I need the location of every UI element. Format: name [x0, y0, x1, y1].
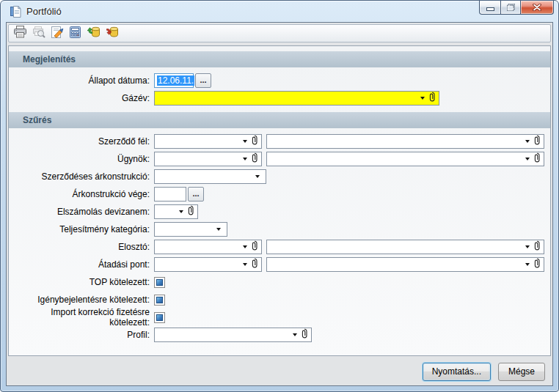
dropdown-arrow-icon	[216, 228, 221, 231]
contracting-party-combo[interactable]	[154, 134, 262, 149]
print-toolbar-button[interactable]	[11, 26, 29, 42]
titlebar: Portfólió	[1, 1, 558, 22]
checkbox-checked-icon	[156, 297, 163, 303]
distributor-label: Elosztó:	[9, 242, 154, 252]
form-panel: Megjelenítés Állapot dátuma: 12.06.11. .…	[8, 45, 551, 356]
demand-report-obligated-checkbox[interactable]	[154, 295, 165, 306]
gas-year-row: Gázév:	[9, 91, 550, 106]
agent-row: Ügynök:	[9, 152, 550, 166]
dropdown-arrow-icon	[525, 263, 530, 266]
dropdown-arrow-icon	[525, 140, 530, 143]
restore-icon	[507, 1, 515, 14]
database-import-toolbar-button[interactable]	[84, 26, 103, 42]
delivery-point-label: Átadási pont:	[9, 259, 154, 270]
dropdown-arrow-icon	[255, 175, 260, 178]
window-title: Portfólió	[26, 6, 62, 17]
price-construction-end-label: Árkonstrukció vége:	[9, 189, 154, 199]
status-date-value: 12.06.11.	[157, 75, 194, 86]
price-construction-end-input[interactable]	[154, 187, 186, 201]
checkbox-checked-icon	[156, 314, 163, 321]
edit-toolbar-button[interactable]	[48, 26, 66, 42]
profile-label: Profil:	[9, 330, 154, 340]
gas-year-label: Gázév:	[9, 93, 154, 103]
dialog-body: Megjelenítés Állapot dátuma: 12.06.11. .…	[6, 22, 553, 386]
portfolio-dialog: Portfólió	[0, 0, 559, 392]
dropdown-arrow-icon	[243, 245, 247, 248]
dropdown-arrow-icon	[420, 97, 425, 100]
paperclip-icon	[428, 92, 436, 105]
document-icon	[10, 6, 21, 18]
settlement-currency-label: Elszámolás devizanem:	[9, 207, 154, 217]
print-preview-icon	[32, 26, 45, 41]
contract-price-construction-row: Szerződéses árkonstrukció:	[9, 169, 550, 184]
paperclip-icon	[533, 240, 541, 254]
restore-button[interactable]	[500, 1, 521, 15]
print-icon	[13, 26, 27, 41]
window-controls	[480, 1, 554, 15]
database-export-toolbar-button[interactable]	[103, 26, 121, 42]
dropdown-arrow-icon	[525, 158, 530, 160]
contracting-party-row: Szerződő fél:	[9, 134, 550, 149]
dropdown-arrow-icon	[243, 140, 247, 143]
table-calculator-toolbar-button[interactable]	[66, 26, 84, 42]
demand-report-obligated-row: Igénybejelentésre kötelezett:	[9, 292, 550, 307]
toolbar	[8, 24, 551, 42]
profile-combo[interactable]	[154, 328, 312, 342]
paperclip-icon	[533, 258, 541, 271]
database-export-icon	[105, 26, 119, 41]
performance-category-label: Teljesítmény kategória:	[9, 224, 154, 234]
import-correction-obligated-checkbox[interactable]	[154, 312, 165, 323]
demand-report-obligated-label: Igénybejelentésre kötelezett:	[9, 295, 154, 305]
top-obligated-row: TOP kötelezett:	[9, 275, 550, 289]
status-date-row: Állapot dátuma: 12.06.11. ...	[9, 73, 550, 88]
print-button[interactable]: Nyomtatás...	[423, 363, 491, 381]
price-construction-end-row: Árkonstrukció vége: ...	[9, 187, 550, 201]
dropdown-arrow-icon	[293, 333, 297, 336]
gas-year-combo[interactable]	[154, 91, 439, 106]
agent-secondary-combo[interactable]	[266, 152, 544, 166]
paperclip-icon	[301, 328, 308, 341]
contracting-party-secondary-combo[interactable]	[266, 134, 544, 149]
edit-icon	[51, 26, 64, 41]
status-date-input[interactable]: 12.06.11.	[154, 73, 194, 88]
cancel-button[interactable]: Mégse	[498, 363, 545, 381]
import-correction-obligated-label: Import korrekció fizetésre kötelezett:	[9, 307, 154, 328]
print-preview-toolbar-button	[29, 26, 48, 42]
paperclip-icon	[533, 135, 541, 148]
agent-label: Ügynök:	[9, 154, 154, 164]
dropdown-arrow-icon	[243, 158, 247, 160]
price-construction-end-picker-button[interactable]: ...	[188, 187, 204, 201]
table-calculator-icon	[69, 26, 81, 41]
distributor-secondary-combo[interactable]	[266, 240, 544, 254]
status-date-picker-button[interactable]: ...	[195, 73, 211, 88]
delivery-point-combo[interactable]	[154, 257, 262, 272]
delivery-point-secondary-combo[interactable]	[266, 257, 544, 272]
minimize-button[interactable]	[479, 1, 501, 15]
contracting-party-label: Szerződő fél:	[9, 136, 154, 147]
dropdown-arrow-icon	[179, 210, 183, 213]
top-obligated-label: TOP kötelezett:	[9, 277, 154, 287]
paperclip-icon	[251, 258, 258, 271]
profile-row: Profil:	[9, 328, 550, 342]
contract-price-construction-label: Szerződéses árkonstrukció:	[9, 171, 154, 182]
distributor-combo[interactable]	[154, 240, 262, 254]
paperclip-icon	[251, 152, 258, 166]
settlement-currency-row: Elszámolás devizanem:	[9, 204, 550, 219]
settlement-currency-combo[interactable]	[154, 204, 198, 219]
minimize-icon	[487, 8, 494, 10]
import-correction-obligated-row: Import korrekció fizetésre kötelezett:	[9, 310, 550, 325]
checkbox-checked-icon	[156, 279, 163, 286]
dropdown-arrow-icon	[243, 263, 247, 266]
distributor-row: Elosztó:	[9, 240, 550, 254]
top-obligated-checkbox[interactable]	[154, 277, 165, 288]
footer-bar: Nyomtatás... Mégse	[8, 358, 551, 385]
close-button[interactable]	[520, 1, 554, 15]
paperclip-icon	[251, 240, 258, 254]
contract-price-construction-combo[interactable]	[154, 169, 266, 184]
performance-category-combo[interactable]	[154, 222, 227, 237]
agent-combo[interactable]	[154, 152, 262, 166]
delivery-point-row: Átadási pont:	[9, 257, 550, 272]
paperclip-icon	[187, 205, 194, 218]
close-icon	[533, 1, 541, 14]
dropdown-arrow-icon	[525, 245, 530, 248]
